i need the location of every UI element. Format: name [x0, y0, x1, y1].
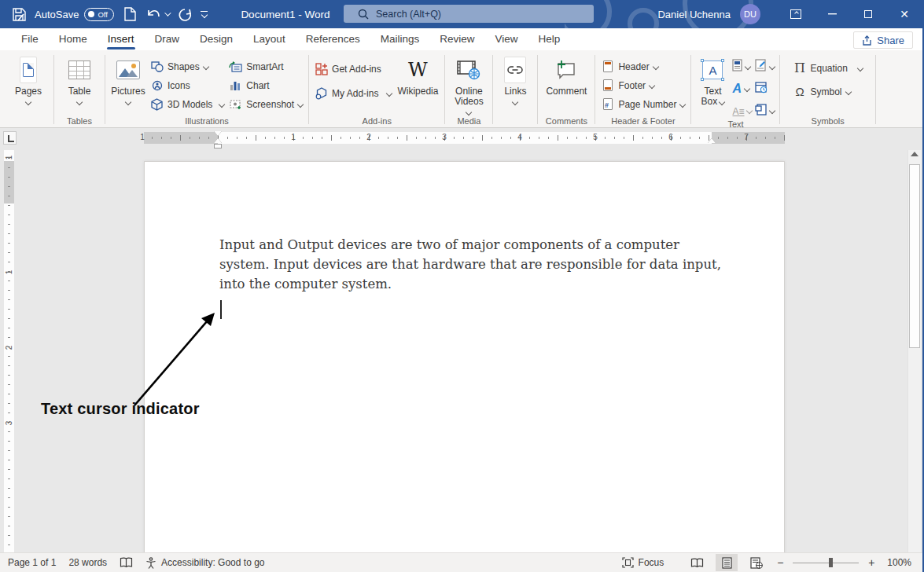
header-icon [601, 60, 614, 73]
new-file-icon[interactable] [122, 6, 138, 22]
tab-references[interactable]: References [296, 29, 370, 50]
zoom-slider-handle[interactable] [829, 558, 833, 567]
read-mode-button[interactable] [686, 554, 708, 571]
group-symbols: Π Equation Ω Symbol Symbols [780, 52, 874, 127]
smartart-label: SmartArt [246, 61, 283, 72]
my-addins-icon [315, 86, 328, 100]
web-layout-button[interactable] [745, 554, 768, 571]
accessibility-status[interactable]: Accessibility: Good to go [145, 557, 264, 569]
right-indent-marker[interactable] [708, 138, 716, 143]
tab-file[interactable]: File [11, 29, 49, 50]
autosave-toggle[interactable]: Off [84, 8, 114, 21]
search-input[interactable]: Search (Alt+Q) [344, 5, 594, 23]
footer-button[interactable]: Footer [599, 77, 687, 94]
icons-button[interactable]: Icons [149, 77, 226, 94]
user-name[interactable]: Daniel Uchenna [657, 9, 731, 20]
tab-home[interactable]: Home [49, 29, 98, 50]
tab-design[interactable]: Design [190, 29, 243, 50]
symbols-group-label: Symbols [812, 115, 845, 127]
tab-draw[interactable]: Draw [145, 29, 190, 50]
autosave-control[interactable]: AutoSave Off [35, 8, 114, 21]
left-indent-marker[interactable] [214, 144, 222, 148]
proofing-icon[interactable] [120, 557, 133, 568]
header-label: Header [618, 61, 649, 72]
tab-layout[interactable]: Layout [243, 29, 296, 50]
tab-insert[interactable]: Insert [98, 29, 145, 50]
horizontal-ruler[interactable]: 1 1 2 3 4 5 6 7 [144, 132, 785, 144]
maximize-button[interactable] [850, 0, 886, 28]
comment-button[interactable]: Comment [542, 53, 591, 97]
undo-dropdown-icon[interactable] [164, 9, 171, 16]
zoom-slider[interactable] [793, 557, 859, 568]
shapes-button[interactable]: Shapes [149, 58, 226, 75]
document-text[interactable]: Input and Output devices are two of majo… [219, 235, 723, 294]
quick-access-more-icon[interactable] [201, 11, 208, 18]
first-line-indent-marker[interactable] [214, 131, 222, 136]
page-indicator[interactable]: Page 1 of 1 [8, 557, 56, 568]
equation-button[interactable]: Π Equation [791, 60, 863, 76]
minimize-button[interactable] [814, 0, 850, 28]
shapes-label: Shapes [167, 61, 200, 72]
avatar[interactable]: DU [740, 4, 760, 24]
my-addins-button[interactable]: My Add-ins [313, 85, 393, 101]
header-button[interactable]: Header [599, 58, 687, 75]
my-addins-label: My Add-ins [332, 88, 378, 99]
date-time-button[interactable] [754, 80, 775, 97]
table-icon [68, 57, 90, 83]
pictures-label: Pictures [111, 86, 145, 97]
accessibility-label: Accessibility: Good to go [161, 557, 264, 568]
tab-mailings[interactable]: Mailings [370, 29, 430, 50]
focus-button[interactable]: Focus [622, 557, 664, 568]
vertical-scrollbar[interactable] [907, 150, 921, 552]
undo-icon[interactable] [145, 6, 169, 22]
document-page[interactable]: Input and Output devices are two of majo… [144, 161, 785, 552]
web-layout-icon [750, 557, 763, 569]
tab-help[interactable]: Help [528, 29, 571, 50]
ruler-number: 4 [514, 133, 526, 141]
text-box-label: Text Box [695, 86, 730, 107]
drop-cap-button[interactable]: A≡ [731, 102, 753, 119]
scroll-up-icon[interactable] [911, 152, 918, 156]
links-button[interactable]: Links [497, 53, 533, 104]
object-button[interactable] [754, 102, 775, 119]
tab-review[interactable]: Review [429, 29, 484, 50]
get-addins-label: Get Add-ins [332, 64, 381, 75]
tab-stop-selector[interactable] [3, 131, 17, 145]
vertical-ruler[interactable]: 1 1 2 3 [4, 150, 14, 552]
symbol-button[interactable]: Ω Symbol [791, 83, 863, 100]
page-number-button[interactable]: # Page Number [599, 96, 687, 112]
table-button[interactable]: Table [58, 53, 101, 104]
zoom-out-button[interactable]: − [775, 556, 785, 569]
page-number-icon: # [601, 97, 614, 111]
save-icon[interactable] [11, 6, 27, 22]
3d-models-button[interactable]: 3D Models [149, 96, 226, 112]
screenshot-button[interactable]: Screenshot [227, 96, 304, 112]
3d-models-icon [150, 97, 164, 111]
signature-line-button[interactable] [754, 58, 775, 75]
pages-button[interactable]: Pages [7, 53, 50, 104]
ribbon-display-options-icon[interactable] [778, 0, 814, 28]
document-title: Document1 - Word [241, 9, 329, 20]
close-button[interactable]: ✕ [886, 0, 922, 28]
zoom-in-button[interactable]: + [867, 556, 876, 569]
text-box-button[interactable]: A Text Box [695, 53, 730, 107]
signature-line-icon [755, 59, 767, 75]
word-count[interactable]: 28 words [68, 557, 107, 568]
wikipedia-button[interactable]: W Wikipedia [395, 53, 440, 97]
hanging-indent-marker[interactable] [214, 138, 222, 143]
chart-button[interactable]: Chart [227, 77, 304, 94]
annotation-label: Text cursor indicator [41, 400, 200, 418]
online-videos-button[interactable]: Online Videos [449, 53, 488, 115]
scrollbar-thumb[interactable] [909, 164, 920, 348]
print-layout-button[interactable] [716, 554, 738, 571]
smartart-button[interactable]: SmartArt [227, 58, 304, 75]
pictures-button[interactable]: Pictures [109, 53, 147, 104]
zoom-level[interactable]: 100% [887, 557, 911, 568]
title-bar: AutoSave Off Document1 - Word Search (Al… [0, 0, 922, 28]
get-addins-button[interactable]: Get Add-ins [313, 60, 393, 77]
wordart-button[interactable]: A [731, 80, 753, 97]
tab-view[interactable]: View [484, 29, 528, 50]
quick-parts-button[interactable] [731, 58, 753, 75]
redo-icon[interactable] [177, 6, 193, 22]
share-button[interactable]: Share [853, 31, 913, 49]
